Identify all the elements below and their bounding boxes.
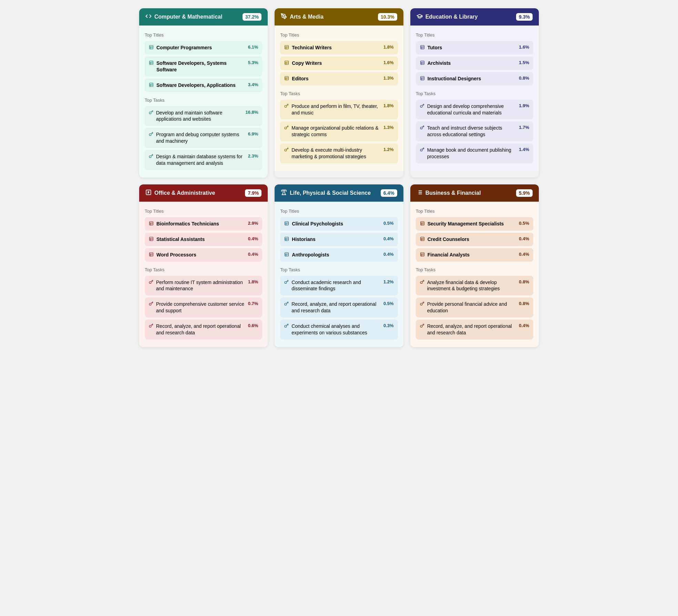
business-header-icon	[417, 189, 423, 197]
title-row-left-arts-2: Editors	[284, 75, 381, 82]
titles-label-arts: Top Titles	[280, 32, 398, 38]
title-text-arts-0: Technical Writers	[292, 44, 381, 51]
card-header-left-science: Life, Physical & Social Science	[281, 189, 371, 197]
titles-label-business: Top Titles	[416, 209, 533, 214]
title-row-business-1: Credit Counselors0.4%	[416, 233, 533, 246]
svg-rect-39	[420, 77, 424, 80]
title-row-science-2: Anthropologists0.4%	[280, 248, 398, 262]
title-value-science-0: 0.5%	[383, 221, 394, 226]
task-text-office-1: Provide comprehensive customer service a…	[156, 301, 245, 314]
title-value-arts-2: 1.3%	[383, 75, 394, 81]
title-text-education-2: Instructional Designers	[428, 75, 516, 82]
title-icon-education-1	[420, 60, 425, 66]
tasks-label-business: Top Tasks	[416, 267, 533, 272]
svg-rect-24	[285, 77, 289, 80]
svg-rect-90	[420, 237, 424, 241]
title-row-left-education-1: Archivists	[420, 60, 516, 67]
title-row-left-office-1: Statistical Assistants	[149, 236, 245, 243]
title-value-education-1: 1.5%	[519, 60, 529, 65]
tasks-label-office: Top Tasks	[145, 267, 262, 272]
svg-point-64	[149, 325, 151, 327]
title-row-education-0: Tutors1.6%	[416, 41, 533, 54]
task-text-science-0: Conduct academic research and disseminat…	[291, 279, 381, 292]
title-value-business-0: 0.5%	[519, 221, 529, 226]
title-text-office-2: Word Processors	[156, 252, 245, 258]
svg-rect-20	[285, 61, 289, 65]
task-row-left-office-0: Perform routine IT system administration…	[149, 279, 245, 292]
science-header-icon	[281, 189, 287, 197]
svg-point-13	[149, 134, 151, 136]
title-row-left-office-2: Word Processors	[149, 252, 245, 258]
task-row-business-2: Record, analyze, and report operational …	[416, 320, 533, 340]
task-row-left-business-2: Record, analyze, and report operational …	[420, 323, 516, 336]
card-badge-office: 7.9%	[245, 189, 261, 197]
card-arts: Arts & Media10.3%Top TitlesTechnical Wri…	[275, 8, 403, 178]
task-icon-computer-2	[149, 154, 153, 159]
task-row-arts-0: Produce and perform in film, TV, theater…	[280, 100, 398, 120]
task-text-science-1: Record, analyze, and report operational …	[291, 301, 381, 314]
title-value-office-1: 0.4%	[248, 236, 258, 241]
task-icon-computer-0	[149, 110, 153, 115]
task-row-left-office-1: Provide comprehensive customer service a…	[149, 301, 245, 314]
title-value-computer-1: 5.3%	[248, 60, 258, 65]
title-row-education-2: Instructional Designers0.8%	[416, 72, 533, 85]
card-badge-arts: 10.3%	[378, 13, 397, 21]
task-text-business-0: Analyze financial data & develop investm…	[427, 279, 516, 292]
title-row-business-0: Security Management Specialists0.5%	[416, 217, 533, 231]
svg-point-100	[420, 325, 422, 327]
title-row-computer-1: Software Developers, Systems Software5.3…	[145, 57, 262, 77]
task-text-office-0: Perform routine IT system administration…	[156, 279, 245, 292]
svg-point-98	[420, 281, 422, 283]
task-icon-education-1	[420, 125, 424, 131]
task-text-arts-1: Manage organizational public relations &…	[291, 125, 381, 138]
svg-point-29	[285, 127, 287, 129]
card-business: Business & Financial5.9%Top TitlesSecuri…	[410, 184, 539, 347]
title-icon-office-0	[149, 221, 154, 227]
card-header-left-computer: Computer & Mathematical	[145, 13, 222, 21]
svg-rect-31	[420, 46, 424, 49]
svg-point-15	[283, 16, 284, 17]
task-row-arts-2: Develop & execute multi-industry marketi…	[280, 143, 398, 163]
svg-rect-86	[420, 222, 424, 225]
task-row-left-science-1: Record, analyze, and report operational …	[284, 301, 381, 314]
title-icon-computer-0	[149, 45, 154, 51]
titles-label-computer: Top Titles	[145, 32, 262, 38]
title-text-arts-1: Copy Writers	[292, 60, 381, 67]
card-header-education: Education & Library9.3%	[410, 8, 539, 26]
title-row-science-0: Clinical Psychologists0.5%	[280, 217, 398, 231]
card-body-office: Top TitlesBioinformatics Technicians2.9%…	[139, 202, 268, 347]
title-value-science-1: 0.4%	[383, 236, 394, 241]
title-row-left-office-0: Bioinformatics Technicians	[149, 221, 245, 227]
task-row-science-2: Conduct chemical analyses and experiment…	[280, 320, 398, 340]
svg-point-62	[149, 281, 151, 283]
title-icon-arts-2	[284, 76, 289, 82]
card-science: Life, Physical & Social Science6.4%Top T…	[275, 184, 403, 347]
task-icon-business-0	[420, 280, 424, 285]
card-header-science: Life, Physical & Social Science6.4%	[275, 184, 403, 202]
title-row-left-computer-0: Computer Programmers	[149, 44, 245, 51]
card-title-science: Life, Physical & Social Science	[290, 190, 371, 196]
tasks-label-education: Top Tasks	[416, 91, 533, 96]
card-badge-science: 6.4%	[381, 189, 397, 197]
title-value-arts-0: 1.8%	[383, 44, 394, 50]
task-row-business-1: Provide personal financial advice and ed…	[416, 297, 533, 317]
task-icon-business-2	[420, 323, 424, 329]
svg-point-28	[285, 105, 287, 107]
card-header-left-business: Business & Financial	[417, 189, 481, 197]
title-icon-computer-2	[149, 82, 154, 88]
card-computer: Computer & Mathematical37.2%Top TitlesCo…	[139, 8, 268, 178]
title-icon-office-1	[149, 236, 154, 242]
svg-rect-4	[150, 61, 153, 65]
title-value-computer-0: 6.1%	[248, 44, 258, 50]
task-icon-business-1	[420, 301, 424, 307]
title-row-arts-1: Copy Writers1.6%	[280, 57, 398, 70]
task-row-office-1: Provide comprehensive customer service a…	[145, 297, 262, 317]
task-row-science-0: Conduct academic research and disseminat…	[280, 276, 398, 296]
task-row-left-computer-1: Program and debug computer systems and m…	[149, 131, 245, 144]
task-row-left-office-2: Record, analyze, and report operational …	[149, 323, 245, 336]
title-icon-science-1	[284, 236, 289, 242]
task-icon-office-0	[149, 280, 153, 285]
svg-rect-8	[150, 83, 153, 87]
title-text-education-0: Tutors	[428, 44, 516, 51]
svg-point-78	[285, 303, 287, 305]
